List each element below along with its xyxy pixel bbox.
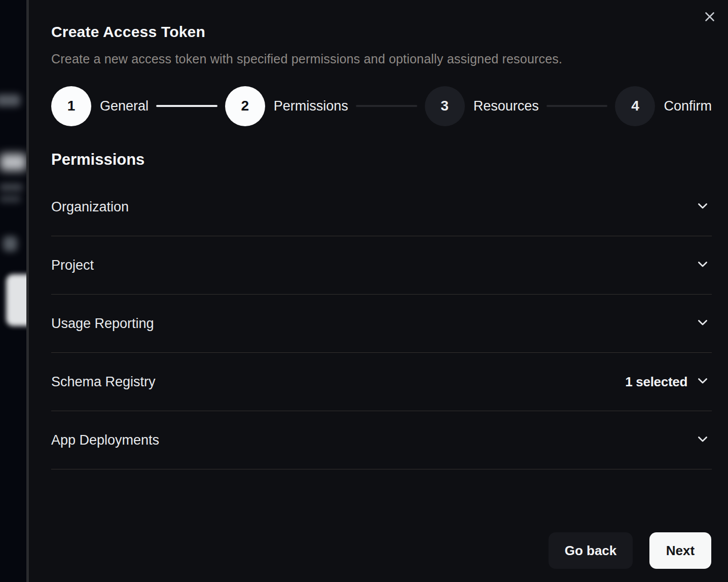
accordion-label: App Deployments [51,432,159,448]
background-blur-text-line [0,184,22,191]
background-blur-icon [3,236,17,251]
chevron-down-icon [696,315,710,332]
accordion-label: Usage Reporting [51,316,154,332]
step-number-3: 3 [425,86,465,126]
step-general[interactable]: 1 General [51,86,149,126]
step-label-general: General [100,98,149,114]
step-label-confirm: Confirm [664,98,712,114]
step-label-permissions: Permissions [274,98,348,114]
step-connector-upcoming [547,105,608,107]
step-number-4: 4 [615,86,655,126]
close-button[interactable] [702,9,718,25]
accordion-app-deployments[interactable]: App Deployments [51,411,712,469]
go-back-button[interactable]: Go back [549,532,633,569]
stepper: 1 General 2 Permissions 3 Resources 4 Co… [51,86,712,126]
step-resources[interactable]: 3 Resources [425,86,539,126]
background-blur-heading [0,154,26,171]
chevron-down-icon [696,257,710,273]
step-connector-complete [156,105,217,107]
background-blur-card [6,274,26,326]
section-heading: Permissions [51,151,712,169]
accordion-label: Schema Registry [51,374,156,390]
step-connector-upcoming [356,105,417,107]
background-page [0,0,26,582]
dialog-subtitle: Create a new access token with specified… [51,52,712,66]
step-number-1: 1 [51,86,91,126]
accordion-label: Organization [51,199,129,215]
step-number-2: 2 [225,86,265,126]
chevron-down-icon [696,374,710,390]
permissions-accordion: Organization Project Usage Reporting [51,178,712,469]
accordion-schema-registry[interactable]: Schema Registry 1 selected [51,353,712,411]
next-button[interactable]: Next [649,532,711,569]
step-label-resources: Resources [474,98,539,114]
accordion-label: Project [51,258,94,273]
step-permissions[interactable]: 2 Permissions [225,86,348,126]
step-confirm[interactable]: 4 Confirm [615,86,712,126]
background-blur-text-line [0,196,20,202]
accordion-organization[interactable]: Organization [51,178,712,236]
dialog-title: Create Access Token [51,23,712,41]
create-access-token-dialog: Create Access Token Create a new access … [29,0,728,582]
chevron-down-icon [696,199,710,215]
chevron-down-icon [696,432,710,448]
selection-badge: 1 selected [625,374,687,390]
accordion-usage-reporting[interactable]: Usage Reporting [51,295,712,353]
accordion-project[interactable]: Project [51,236,712,295]
close-icon [702,9,717,26]
background-blur-nav-item [0,94,20,106]
dialog-footer: Go back Next [549,532,711,569]
